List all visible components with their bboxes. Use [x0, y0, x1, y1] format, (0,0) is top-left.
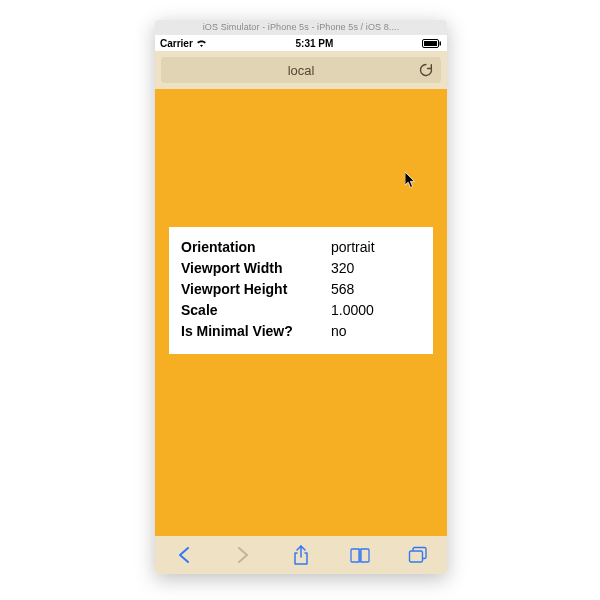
tabs-button[interactable] [407, 544, 429, 566]
row-orientation: Orientation portrait [181, 237, 421, 258]
browser-nav-bar: local [155, 51, 447, 89]
info-card: Orientation portrait Viewport Width 320 … [169, 227, 433, 354]
window-title: iOS Simulator - iPhone 5s - iPhone 5s / … [203, 22, 399, 32]
battery-icon [422, 39, 442, 48]
svg-rect-6 [410, 551, 423, 562]
url-field[interactable]: local [161, 57, 441, 83]
status-bar: Carrier 5:31 PM [155, 35, 447, 51]
share-button[interactable] [290, 544, 312, 566]
url-text: local [288, 63, 315, 78]
label-viewport-width: Viewport Width [181, 258, 331, 279]
back-button[interactable] [173, 544, 195, 566]
value-orientation: portrait [331, 237, 421, 258]
row-viewport-height: Viewport Height 568 [181, 279, 421, 300]
bookmarks-button[interactable] [349, 544, 371, 566]
value-scale: 1.0000 [331, 300, 421, 321]
label-is-minimal: Is Minimal View? [181, 321, 331, 342]
window-titlebar: iOS Simulator - iPhone 5s - iPhone 5s / … [155, 20, 447, 35]
device-screen: Carrier 5:31 PM local [155, 35, 447, 574]
status-right [422, 39, 442, 48]
label-viewport-height: Viewport Height [181, 279, 331, 300]
carrier-label: Carrier [160, 38, 193, 49]
reload-icon[interactable] [418, 62, 434, 78]
label-scale: Scale [181, 300, 331, 321]
wifi-icon [196, 39, 207, 48]
page-content: Orientation portrait Viewport Width 320 … [155, 89, 447, 536]
simulator-window: iOS Simulator - iPhone 5s - iPhone 5s / … [155, 20, 447, 574]
svg-rect-2 [439, 41, 441, 45]
browser-toolbar [155, 536, 447, 574]
label-orientation: Orientation [181, 237, 331, 258]
svg-rect-1 [424, 41, 437, 46]
value-viewport-width: 320 [331, 258, 421, 279]
clock-label: 5:31 PM [296, 38, 334, 49]
row-viewport-width: Viewport Width 320 [181, 258, 421, 279]
value-viewport-height: 568 [331, 279, 421, 300]
row-scale: Scale 1.0000 [181, 300, 421, 321]
value-is-minimal: no [331, 321, 421, 342]
row-is-minimal: Is Minimal View? no [181, 321, 421, 342]
forward-button[interactable] [232, 544, 254, 566]
status-left: Carrier [160, 38, 207, 49]
